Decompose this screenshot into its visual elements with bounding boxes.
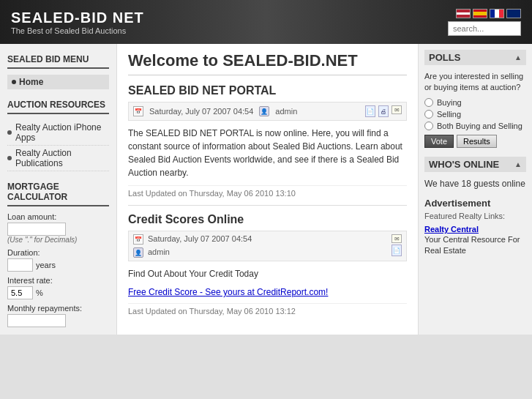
- welcome-title: Welcome to SEALED-BID.NET: [128, 51, 407, 75]
- monthly-label: Monthly repayments:: [7, 304, 109, 313]
- calendar-icon: 📅: [133, 106, 143, 116]
- flag-es-icon[interactable]: [473, 9, 487, 18]
- duration-row: years: [7, 258, 109, 272]
- pdf-icon[interactable]: 📄: [365, 105, 375, 117]
- loan-amount-input[interactable]: [7, 223, 66, 236]
- monthly-repayments-input[interactable]: [7, 314, 66, 327]
- advertisement-section: Advertisement Featured Realty Links: Rea…: [424, 198, 526, 257]
- sidebar-item-home[interactable]: Home: [7, 75, 109, 89]
- interest-label: Interest rate:: [7, 276, 109, 285]
- duration-unit: years: [36, 261, 56, 269]
- poll-option-buying-label: Buying: [437, 98, 462, 107]
- pdf-icon2[interactable]: 📄: [391, 245, 402, 256]
- sidebar-item-realty-iphone[interactable]: Realty Auction iPhone Apps: [7, 120, 109, 146]
- header-title-block: SEALED-BID NET The Best of Sealed Bid Au…: [11, 10, 144, 35]
- article-separator: [128, 205, 407, 206]
- bullet-icon: [7, 156, 12, 160]
- vote-button[interactable]: Vote: [424, 135, 454, 148]
- sidebar-calculator-title: MORTGAGE CALCULATOR: [7, 182, 109, 206]
- poll-buttons: Vote Results: [424, 135, 526, 148]
- email-icon2[interactable]: ✉: [391, 234, 402, 243]
- poll-option-selling-label: Selling: [437, 110, 461, 119]
- poll-option-selling: Selling: [424, 110, 526, 119]
- article2-updated: Last Updated on Thursday, May 06 2010 13…: [128, 303, 407, 316]
- poll-option-buying: Buying: [424, 98, 526, 107]
- poll-radio-both[interactable]: [424, 122, 433, 130]
- duration-input[interactable]: [7, 258, 33, 272]
- sidebar: SEALED BID MENU Home AUCTION RESOURCES R…: [0, 44, 117, 335]
- article2-title: Credit Scores Online: [128, 213, 407, 226]
- right-panel: POLLS ▲ Are you interested in selling or…: [419, 44, 532, 335]
- credit-link[interactable]: Free Credit Score - See yours at CreditR…: [128, 287, 328, 297]
- flag-fr-icon[interactable]: [490, 9, 504, 18]
- article1-updated: Last Updated on Thursday, May 06 2010 13…: [128, 185, 407, 198]
- polls-title-text: POLLS: [429, 52, 460, 63]
- loan-amount-label: Loan amount:: [7, 212, 109, 221]
- article1-meta: 📅 Saturday, July 07 2007 04:54 👤 admin 📄…: [128, 102, 407, 121]
- flags: [456, 9, 521, 18]
- duration-label: Duration:: [7, 248, 109, 257]
- interest-input[interactable]: 5.5: [7, 286, 33, 299]
- article2-author: admin: [148, 247, 402, 258]
- realty-iphone-link[interactable]: Realty Auction iPhone Apps: [15, 122, 109, 143]
- sidebar-item-realty-publications[interactable]: Realty Auction Publications: [7, 146, 109, 171]
- article1-author: admin: [275, 107, 297, 116]
- polls-arrow-icon: ▲: [514, 53, 522, 61]
- article2-date: Saturday, July 07 2007 04:54: [148, 234, 402, 245]
- polls-question: Are you interested in selling or buying …: [424, 71, 526, 94]
- ad-subtitle: Featured Realty Links:: [424, 212, 526, 220]
- article1-meta-icons: 📄 🖨 ✉: [365, 105, 402, 117]
- bullet-icon: [7, 130, 12, 135]
- email-icon[interactable]: ✉: [391, 105, 402, 114]
- loan-amount-note: (Use "." for Decimals): [7, 236, 109, 244]
- article1-body: The SEALED BID NET PORTAL is now online.…: [128, 127, 407, 179]
- whos-online-section-title: WHO'S ONLINE ▲: [424, 157, 526, 172]
- print-icon[interactable]: 🖨: [378, 105, 389, 117]
- search-input[interactable]: [448, 21, 521, 36]
- interest-row: 5.5 %: [7, 286, 109, 299]
- flag-uk-icon[interactable]: [506, 9, 521, 18]
- polls-section-title: POLLS ▲: [424, 50, 526, 65]
- user-icon2: 👤: [133, 247, 143, 258]
- whos-online-arrow-icon: ▲: [514, 160, 522, 168]
- ad-title: Advertisement: [424, 198, 526, 209]
- sidebar-home-label: Home: [19, 77, 43, 87]
- poll-radio-buying[interactable]: [424, 98, 433, 107]
- home-bullet-icon: [12, 80, 16, 84]
- ad-link[interactable]: Realty Central: [424, 225, 479, 234]
- site-subtitle: The Best of Sealed Bid Auctions: [11, 26, 144, 35]
- main-content: Welcome to SEALED-BID.NET SEALED BID NET…: [117, 44, 419, 335]
- sidebar-menu-title: SEALED BID MENU: [7, 54, 109, 69]
- layout: SEALED BID MENU Home AUCTION RESOURCES R…: [0, 44, 532, 335]
- article2-meta-icons: ✉ 📄: [391, 234, 402, 256]
- whos-online-text: We have 18 guests online: [424, 178, 526, 190]
- user-icon: 👤: [259, 106, 269, 116]
- header-right: [448, 9, 521, 36]
- realty-publications-link[interactable]: Realty Auction Publications: [15, 148, 109, 168]
- interest-unit: %: [36, 288, 43, 297]
- poll-radio-selling[interactable]: [424, 110, 433, 119]
- sidebar-resources-title: AUCTION RESOURCES: [7, 100, 109, 114]
- article1-date: Saturday, July 07 2007 04:54: [149, 107, 253, 116]
- calendar-icon2: 📅: [133, 234, 143, 245]
- site-title: SEALED-BID NET: [11, 10, 144, 26]
- poll-option-both: Both Buying and Selling: [424, 122, 526, 130]
- whos-online-title-text: WHO'S ONLINE: [429, 159, 499, 170]
- results-button[interactable]: Results: [457, 135, 497, 148]
- article2-meta: 📅 Saturday, July 07 2007 04:54 👤 admin ✉…: [128, 231, 407, 261]
- article2-subtext: Find Out About Your Credit Today: [128, 267, 407, 280]
- header: SEALED-BID NET The Best of Sealed Bid Au…: [0, 0, 532, 44]
- article1-title: SEALED BID NET PORTAL: [128, 84, 407, 97]
- ad-desc: Your Central Resource For Real Estate: [424, 234, 526, 257]
- poll-option-both-label: Both Buying and Selling: [437, 122, 522, 130]
- flag-us-icon[interactable]: [456, 9, 471, 18]
